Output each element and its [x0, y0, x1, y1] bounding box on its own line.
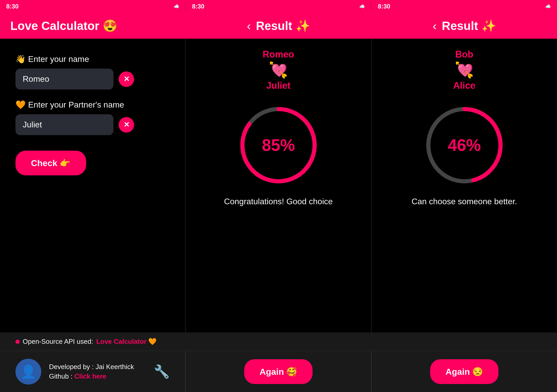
again-button-middle[interactable]: Again 🥰 — [244, 359, 313, 384]
header-panel-right: ‹ Result ✨ — [372, 13, 557, 39]
names-display-right: Bob 💘 Alice — [453, 49, 475, 91]
percentage-right: 46% — [448, 136, 481, 155]
footer-bottom: 👤 Developed by : Jai Keerthick Github : … — [0, 351, 557, 392]
footer: Open-Source API used: Love Calculator 🧡 … — [0, 332, 557, 392]
love-icon-right: 💘 — [455, 61, 474, 79]
middle-panel: Romeo 💘 Juliet 85% Congratulations! Good… — [186, 39, 372, 332]
back-button-middle[interactable]: ‹ — [247, 19, 251, 33]
check-button[interactable]: Check 👉 — [15, 151, 86, 175]
tools-icon: 🔧 — [154, 364, 170, 379]
footer-action-right: Again 😒 — [372, 351, 557, 392]
name2-middle: Juliet — [266, 80, 290, 91]
status-bar-middle: 8:30 ☁️ — [186, 0, 371, 13]
name2-right: Alice — [453, 80, 475, 91]
dev-tools: 🔧 — [154, 364, 170, 379]
status-bars: 8:30 ☁️ 8:30 ☁️ 8:30 ☁️ — [0, 0, 557, 13]
left-panel: 👋 Enter your name ✕ 🧡 Enter your Partner… — [0, 39, 186, 332]
clear-name-button[interactable]: ✕ — [119, 71, 134, 87]
header-panel-left: Love Calculator 😍 — [0, 13, 185, 39]
name1-right: Bob — [455, 49, 473, 60]
partner-input[interactable] — [15, 114, 113, 135]
github-link[interactable]: Click here — [74, 372, 106, 380]
footer-dev-section: 👤 Developed by : Jai Keerthick Github : … — [0, 351, 186, 392]
result-text-right: Can choose someone better. — [412, 197, 517, 206]
right-panel: Bob 💘 Alice 46% Can choose someone bette… — [372, 39, 557, 332]
names-display-middle: Romeo 💘 Juliet — [263, 49, 294, 91]
partner-label: 🧡 Enter your Partner's name — [15, 100, 172, 110]
again-button-right[interactable]: Again 😒 — [430, 359, 499, 384]
status-bar-left: 8:30 ☁️ — [0, 0, 185, 13]
result-title-right: Result ✨ — [442, 19, 496, 33]
name1-middle: Romeo — [263, 49, 294, 60]
footer-dot — [15, 340, 20, 344]
app-title: Love Calculator 😍 — [10, 19, 117, 33]
github-label: Github : — [49, 372, 72, 380]
dev-name: Developed by : Jai Keerthick — [49, 363, 134, 371]
icons-middle: ☁️ — [359, 4, 365, 9]
progress-circle-middle: 85% — [237, 104, 320, 186]
name-label: 👋 Enter your name — [15, 54, 172, 64]
partner-input-row: ✕ — [15, 114, 172, 135]
result-text-middle: Congratulations! Good choice — [224, 197, 333, 206]
header-bars: Love Calculator 😍 ‹ Result ✨ ‹ Result ✨ — [0, 13, 557, 39]
icons-left: ☁️ — [174, 4, 179, 9]
dev-github-row: Github : Click here — [49, 372, 134, 380]
love-icon-middle: 💘 — [269, 61, 288, 79]
icons-right: ☁️ — [545, 4, 551, 9]
status-bar-right: 8:30 ☁️ — [372, 0, 557, 13]
footer-action-middle: Again 🥰 — [186, 351, 372, 392]
percentage-middle: 85% — [262, 136, 295, 155]
api-label: Open-Source API used: — [23, 338, 93, 346]
name-input-row: ✕ — [15, 69, 172, 89]
name-input[interactable] — [15, 69, 113, 89]
result-title-middle: Result ✨ — [256, 19, 310, 33]
time-right: 8:30 — [378, 3, 390, 10]
time-left: 8:30 — [6, 3, 19, 10]
time-middle: 8:30 — [192, 3, 204, 10]
clear-partner-button[interactable]: ✕ — [119, 117, 134, 133]
progress-circle-right: 46% — [423, 104, 506, 186]
main-content: 👋 Enter your name ✕ 🧡 Enter your Partner… — [0, 39, 557, 332]
api-link[interactable]: Love Calculator 🧡 — [96, 338, 157, 346]
footer-api-row: Open-Source API used: Love Calculator 🧡 — [0, 332, 557, 351]
back-button-right[interactable]: ‹ — [433, 19, 437, 33]
dev-info: Developed by : Jai Keerthick Github : Cl… — [49, 363, 134, 380]
avatar: 👤 — [15, 359, 41, 385]
header-panel-middle: ‹ Result ✨ — [186, 13, 371, 39]
